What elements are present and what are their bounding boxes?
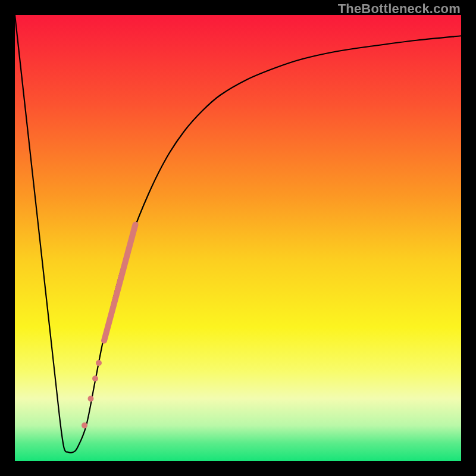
dot4 [82, 422, 87, 428]
chart-frame: TheBottleneck.com [0, 0, 476, 476]
watermark-text: TheBottleneck.com [338, 1, 461, 17]
dot2 [92, 375, 98, 381]
gradient-background [15, 15, 461, 461]
dot3 [88, 396, 94, 402]
plot-area [15, 15, 461, 461]
dot1 [96, 360, 102, 366]
chart-svg [15, 15, 461, 461]
